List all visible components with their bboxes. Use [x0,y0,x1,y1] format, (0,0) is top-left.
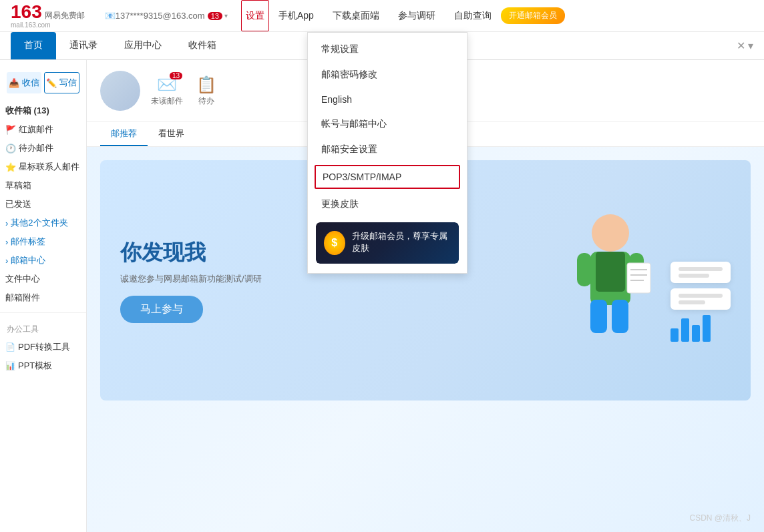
logo[interactable]: 163 网易免费邮 mail.163.com [11,3,85,29]
sidebar-item-pdf-tool[interactable]: 📄 PDF转换工具 [0,338,86,356]
star-icon: ⭐ [5,162,16,172]
coin-symbol: $ [331,237,337,249]
inbox-icon: 📥 [9,78,19,88]
nav-self-service[interactable]: 自助查询 [445,0,501,31]
dropdown-item-change-password[interactable]: 邮箱密码修改 [308,62,467,87]
nav-mobile-app[interactable]: 手机App [269,0,323,31]
account-dropdown-arrow[interactable]: ▾ [224,12,228,19]
tab-apps-label: 应用中心 [124,39,162,51]
sidebar-item-attachments[interactable]: 邮箱附件 [0,288,86,307]
stat-unread[interactable]: ✉️ 13 未读邮件 [151,75,183,107]
unread-label: 未读邮件 [151,95,183,107]
account-info[interactable]: 📧 137****9315@163.com 13 ▾ [105,11,228,21]
vip-button[interactable]: 开通邮箱会员 [501,7,565,24]
sidebar-divider [0,312,86,313]
dropdown-security-label: 邮箱安全设置 [321,144,377,156]
sidebar-item-flagged[interactable]: 🚩 红旗邮件 [0,120,86,139]
settings-dropdown: 常规设置 邮箱密码修改 English 帐号与邮箱中心 邮箱安全设置 POP3/… [307,32,467,274]
sidebar-item-other-folders[interactable]: › 其他2个文件夹 [0,214,86,232]
logo-tagline: 网易免费邮 [45,10,85,21]
dropdown-item-pop3[interactable]: POP3/SMTP/IMAP [316,166,459,188]
header-nav: 设置 手机App 下载桌面端 参与调研 自助查询 开通邮箱会员 [241,0,565,31]
panel-tab-recommend[interactable]: 邮推荐 [100,122,148,146]
sidebar-file-center-label: 文件中心 [5,273,40,285]
panel-tab-world-label: 看世界 [158,128,184,138]
chart-bars [671,315,731,342]
promo-sub-text: 诚邀您参与网易邮箱新功能测试/调研 [120,273,262,285]
nav-settings-label: 设置 [246,10,264,22]
account-icon: 📧 [105,11,116,21]
dropdown-item-change-skin[interactable]: 更换皮肤 [308,192,467,217]
sidebar-item-file-center[interactable]: 文件中心 [0,270,86,288]
sidebar-item-mailbox-center[interactable]: › 邮箱中心 [0,251,86,270]
sidebar-item-tags[interactable]: › 邮件标签 [0,232,86,251]
dropdown-english-label: English [321,94,352,105]
svg-rect-5 [590,300,607,333]
header: 163 网易免费邮 mail.163.com 📧 137****9315@163… [0,0,764,32]
sidebar-item-inbox[interactable]: 收件箱 (13) [0,101,86,120]
sidebar-tags-label: 邮件标签 [11,236,45,248]
tags-expand-icon: › [5,237,8,247]
promo-illustration [557,206,731,355]
panel-tab-world[interactable]: 看世界 [148,122,195,146]
tab-contacts[interactable]: 通讯录 [56,32,111,59]
tab-home[interactable]: 首页 [11,32,56,59]
tab-inbox-label: 收件箱 [188,39,216,51]
inbox-label: 收信 [22,77,39,89]
sidebar-item-starred[interactable]: ⭐ 星标联系人邮件 [0,158,86,176]
sidebar-attachments-label: 邮箱附件 [5,292,40,304]
pending-icon-container: 📋 [196,75,216,94]
tab-inbox[interactable]: 收件箱 [175,32,230,59]
tab-chevron-icon[interactable]: ▾ [748,39,753,52]
clock-icon: 🕐 [5,144,16,154]
stat-pending[interactable]: 📋 待办 [196,75,216,107]
pending-stat-label: 待办 [196,95,216,107]
avatar[interactable] [100,71,140,111]
dropdown-general-label: 常规设置 [321,43,359,55]
sidebar-pending-label: 待办邮件 [19,142,53,154]
sidebar-item-ppt[interactable]: 📊 PPT模板 [0,356,86,375]
sidebar-item-sent[interactable]: 已发送 [0,195,86,214]
dropdown-item-english[interactable]: English [308,87,467,111]
dropdown-item-account-center[interactable]: 帐号与邮箱中心 [308,111,467,137]
dropdown-item-security[interactable]: 邮箱安全设置 [308,137,467,162]
expand-icon: › [5,218,8,228]
nav-self-service-label: 自助查询 [454,10,492,22]
sidebar-flagged-label: 红旗邮件 [19,123,53,136]
unread-icon-container: ✉️ 13 [157,75,177,94]
logo-163-text: 163 [11,3,42,21]
banner-main-text: 升级邮箱会员，尊享专属皮肤 [352,230,451,254]
dropdown-item-pop3-wrapper: POP3/SMTP/IMAP [315,165,460,189]
nav-desktop[interactable]: 下载桌面端 [323,0,389,31]
nav-settings[interactable]: 设置 [241,0,269,31]
float-card-2 [671,288,731,310]
banner-text: 升级邮箱会员，尊享专属皮肤 [352,230,451,256]
dropdown-vip-banner[interactable]: $ 升级邮箱会员，尊享专属皮肤 [316,222,459,264]
compose-button[interactable]: ✏️ 写信 [44,72,80,93]
ppt-icon: 📊 [5,361,15,370]
nav-survey[interactable]: 参与调研 [389,0,445,31]
sidebar-pdf-label: PDF转换工具 [18,341,70,353]
inbox-button[interactable]: 📥 收信 [7,72,41,93]
avatar-image [100,71,140,111]
nav-mobile-app-label: 手机App [278,10,314,22]
sidebar-inbox-label: 收件箱 (13) [5,105,49,117]
svg-rect-6 [612,300,628,333]
sidebar-item-drafts[interactable]: 草稿箱 [0,176,86,195]
compose-icon: ✏️ [46,78,57,88]
sidebar-item-pending[interactable]: 🕐 待办邮件 [0,139,86,158]
join-button[interactable]: 马上参与 [120,296,203,323]
promo-text-area: 你发现我 诚邀您参与网易邮箱新功能测试/调研 马上参与 [120,238,262,323]
tab-expand-icon[interactable]: ✕ [737,39,745,52]
dropdown-change-skin-label: 更换皮肤 [321,198,359,210]
tab-bar-controls[interactable]: ✕ ▾ [737,32,753,59]
sidebar-ppt-label: PPT模板 [18,360,52,372]
dropdown-item-general[interactable]: 常规设置 [308,37,467,62]
unread-count-badge: 13 [170,72,182,79]
tab-home-label: 首页 [24,39,43,51]
tab-contacts-label: 通讯录 [69,39,98,51]
dropdown-account-center-label: 帐号与邮箱中心 [321,118,387,130]
svg-rect-3 [577,253,592,286]
profile-stats: ✉️ 13 未读邮件 📋 待办 [151,75,216,107]
tab-apps[interactable]: 应用中心 [111,32,175,59]
